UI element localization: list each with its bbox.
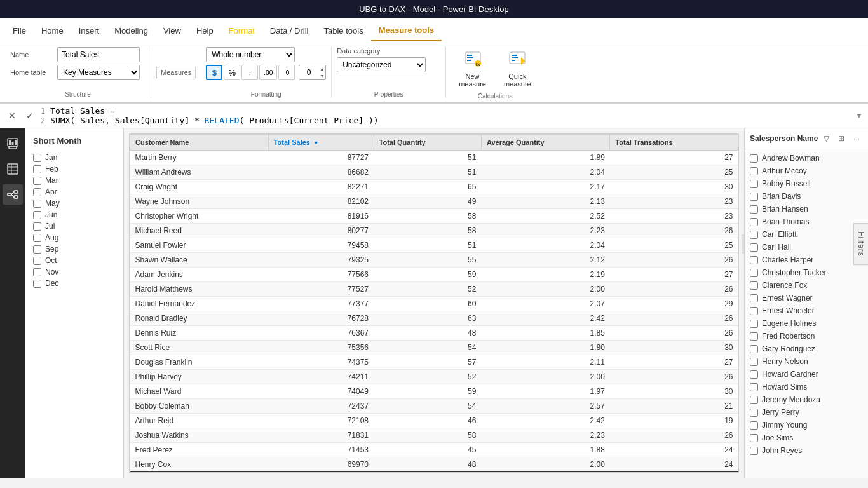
number-spinner[interactable]: ▲ ▼ (299, 65, 326, 80)
salesperson-checkbox[interactable] (750, 180, 758, 188)
table-row[interactable]: Henry Cox 69970 48 2.00 24 (130, 458, 738, 473)
salesperson-item[interactable]: Bobby Russell (745, 177, 868, 190)
data-category-select[interactable]: Uncategorized Address City (337, 57, 426, 72)
salesperson-checkbox[interactable] (750, 269, 758, 277)
month-checkbox-oct[interactable] (33, 257, 41, 265)
table-row[interactable]: Douglas Franklin 74375 57 2.11 27 (130, 355, 738, 370)
table-row[interactable]: Ronald Bradley 76728 63 2.42 26 (130, 311, 738, 326)
salesperson-checkbox[interactable] (750, 434, 758, 442)
month-item-sep[interactable]: Sep (33, 243, 116, 255)
table-row[interactable]: Samuel Fowler 79458 51 2.04 25 (130, 238, 738, 253)
salesperson-item[interactable]: Brian Thomas (745, 215, 868, 228)
month-checkbox-jul[interactable] (33, 222, 41, 231)
table-row[interactable]: Wayne Johnson 82102 49 2.13 23 (130, 194, 738, 209)
table-row[interactable]: Phillip Harvey 74211 52 2.00 26 (130, 370, 738, 384)
col-header-customerName[interactable]: Customer Name (130, 135, 269, 151)
salesperson-checkbox[interactable] (750, 358, 758, 366)
model-view-icon[interactable] (3, 184, 23, 205)
menu-home[interactable]: Home (34, 21, 71, 41)
menu-view[interactable]: View (156, 21, 189, 41)
salesperson-checkbox[interactable] (750, 332, 758, 341)
salesperson-item[interactable]: Gary Rodriguez (745, 342, 868, 355)
salesperson-item[interactable]: Jimmy Young (745, 419, 868, 431)
percent-btn[interactable]: % (224, 65, 240, 80)
month-checkbox-dec[interactable] (33, 280, 41, 288)
name-input[interactable] (57, 47, 140, 62)
filters-tab[interactable]: Filters (853, 223, 868, 265)
table-row[interactable]: Bobby Coleman 72437 54 2.57 21 (130, 399, 738, 414)
decimal-inc-btn[interactable]: .00 (259, 65, 277, 80)
table-row[interactable]: Adam Jenkins 77566 59 2.19 27 (130, 268, 738, 282)
table-row[interactable]: Michael Reed 80277 58 2.23 26 (130, 224, 738, 238)
month-checkbox-sep[interactable] (33, 245, 41, 254)
salesperson-item[interactable]: Eugene Holmes (745, 317, 868, 330)
menu-data-drill[interactable]: Data / Drill (262, 21, 316, 41)
salesperson-item[interactable]: Christopher Tucker (745, 266, 868, 279)
month-item-jul[interactable]: Jul (33, 220, 116, 232)
col-header-avgQuantity[interactable]: Average Quantity (481, 135, 609, 151)
menu-format[interactable]: Format (221, 21, 262, 41)
table-row[interactable]: Arthur Reid 72108 46 2.42 19 (130, 414, 738, 428)
salesperson-item[interactable]: Jerry Perry (745, 406, 868, 419)
table-row[interactable]: Joshua Watkins 71831 58 2.23 26 (130, 428, 738, 443)
salesperson-checkbox[interactable] (750, 409, 758, 417)
home-table-select[interactable]: Key Measures (57, 65, 140, 80)
salesperson-checkbox[interactable] (750, 396, 758, 404)
month-checkbox-nov[interactable] (33, 268, 41, 276)
month-checkbox-jan[interactable] (33, 154, 41, 162)
month-checkbox-aug[interactable] (33, 234, 41, 242)
format-select[interactable]: Whole number Decimal number Percentage C… (206, 47, 295, 62)
salesperson-item[interactable]: Charles Harper (745, 254, 868, 266)
salesperson-item[interactable]: John Reyes (745, 444, 868, 457)
salesperson-checkbox[interactable] (750, 231, 758, 239)
salesperson-item[interactable]: Clarence Fox (745, 279, 868, 292)
col-header-totalQuantity[interactable]: Total Quantity (374, 135, 481, 151)
new-measure-btn[interactable]: fx Newmeasure (451, 47, 494, 90)
table-row[interactable]: Scott Rice 75356 54 1.80 30 (130, 341, 738, 355)
expand-panel-icon[interactable]: ⊞ (835, 132, 848, 145)
table-row[interactable]: William Andrews 86682 51 2.04 25 (130, 165, 738, 180)
salesperson-checkbox[interactable] (750, 193, 758, 201)
quick-measure-btn[interactable]: Quickmeasure (496, 47, 539, 90)
salesperson-item[interactable]: Fred Robertson (745, 330, 868, 342)
spinner-down[interactable]: ▼ (318, 72, 325, 79)
salesperson-item[interactable]: Henry Nelson (745, 355, 868, 368)
salesperson-item[interactable]: Carl Hall (745, 241, 868, 254)
salesperson-checkbox[interactable] (750, 383, 758, 391)
salesperson-checkbox[interactable] (750, 370, 758, 379)
menu-file[interactable]: File (5, 21, 34, 41)
decimal-dec-btn[interactable]: .0 (278, 65, 295, 80)
salesperson-checkbox[interactable] (750, 167, 758, 175)
salesperson-item[interactable]: Andrew Bowman (745, 152, 868, 165)
formula-confirm-btn[interactable]: ✓ (23, 109, 37, 123)
salesperson-item[interactable]: Brian Davis (745, 190, 868, 203)
month-item-apr[interactable]: Apr (33, 186, 116, 198)
col-header-totalTransactions[interactable]: Total Transations (610, 135, 738, 151)
salesperson-checkbox[interactable] (750, 307, 758, 315)
formula-cancel-btn[interactable]: ✕ (5, 109, 19, 123)
filter-icon[interactable]: ▽ (820, 132, 832, 145)
month-item-jun[interactable]: Jun (33, 209, 116, 220)
salesperson-item[interactable]: Brian Hansen (745, 203, 868, 215)
month-item-jan[interactable]: Jan (33, 152, 116, 163)
spinner-up[interactable]: ▲ (318, 65, 325, 72)
salesperson-item[interactable]: Arthur Mccoy (745, 165, 868, 177)
month-item-may[interactable]: May (33, 198, 116, 209)
salesperson-checkbox[interactable] (750, 281, 758, 290)
salesperson-checkbox[interactable] (750, 205, 758, 214)
menu-insert[interactable]: Insert (71, 21, 107, 41)
formula-expand-btn[interactable]: ▼ (855, 111, 863, 120)
month-item-mar[interactable]: Mar (33, 175, 116, 186)
salesperson-item[interactable]: Jeremy Mendoza (745, 393, 868, 406)
salesperson-item[interactable]: Carl Elliott (745, 228, 868, 241)
salesperson-item[interactable]: Ernest Wheeler (745, 304, 868, 317)
month-item-dec[interactable]: Dec (33, 278, 116, 289)
menu-modeling[interactable]: Modeling (107, 21, 156, 41)
salesperson-checkbox[interactable] (750, 154, 758, 163)
currency-btn[interactable]: $ (206, 65, 222, 80)
table-row[interactable]: Martin Berry 87727 51 1.89 27 (130, 151, 738, 165)
salesperson-item[interactable]: Howard Sims (745, 381, 868, 393)
menu-help[interactable]: Help (189, 21, 221, 41)
table-row[interactable]: Craig Wright 82271 65 2.17 30 (130, 180, 738, 194)
month-item-nov[interactable]: Nov (33, 266, 116, 278)
